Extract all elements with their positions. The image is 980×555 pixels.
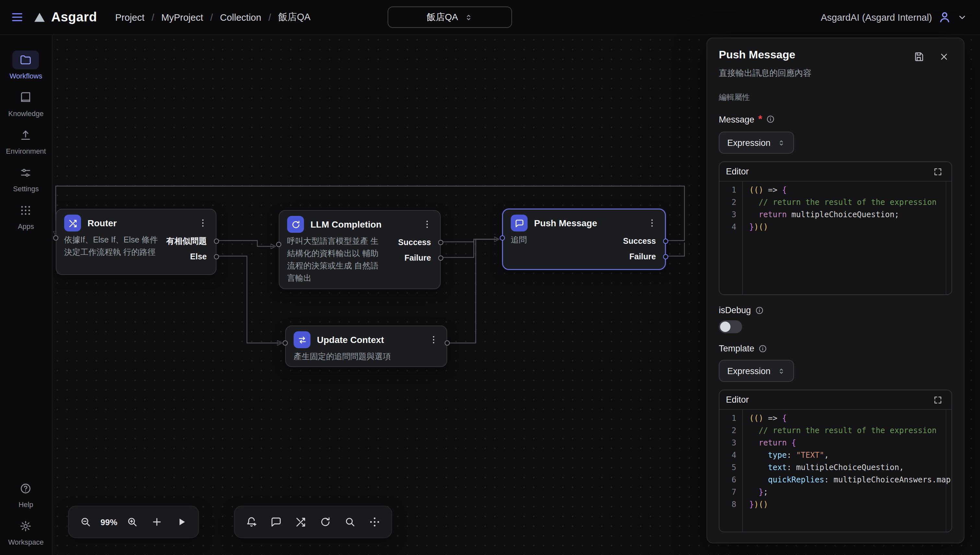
- code-line: type: "TEXT",: [749, 449, 951, 462]
- line-number: 4: [719, 221, 736, 233]
- input-port[interactable]: [53, 235, 58, 241]
- output-port[interactable]: [445, 340, 450, 346]
- code-line: // return the result of the expression: [749, 196, 951, 209]
- chevron-down-icon: [957, 12, 967, 22]
- node-update[interactable]: Update Context產生固定的追問問題與選項: [285, 326, 447, 367]
- isdebug-label: isDebug: [719, 305, 751, 315]
- node-llm[interactable]: LLM Completion呼叫大型語言模型並產 生結構化的資料輸出以 輔助流程…: [279, 210, 441, 289]
- template-type-dropdown[interactable]: Expression: [719, 360, 794, 382]
- zoom-level: 99%: [101, 517, 117, 527]
- chat-button[interactable]: [264, 510, 288, 534]
- kebab-icon: [428, 335, 439, 345]
- zoom-in-icon: [127, 516, 138, 528]
- sidebar-item-environment[interactable]: Environment: [6, 126, 46, 155]
- input-port[interactable]: [276, 242, 281, 247]
- isdebug-info-icon[interactable]: [755, 306, 764, 315]
- toggle-knob: [720, 322, 730, 332]
- sliders-icon: [20, 167, 32, 179]
- sidebar-item-workspace[interactable]: Workspace: [8, 517, 44, 546]
- output-port[interactable]: [663, 239, 668, 244]
- shuffle-icon: [295, 516, 307, 528]
- expand-editor-button[interactable]: [931, 164, 945, 179]
- sidebar-item-label: Environment: [6, 147, 46, 155]
- play-button[interactable]: [170, 510, 193, 534]
- isdebug-toggle[interactable]: [719, 320, 742, 333]
- output-port[interactable]: [438, 240, 444, 245]
- plus-button[interactable]: [145, 510, 168, 534]
- breadcrumb-item[interactable]: MyProject: [162, 12, 203, 22]
- line-number: 3: [719, 209, 736, 221]
- node-title: Update Context: [317, 335, 422, 345]
- input-port[interactable]: [283, 340, 288, 346]
- person-icon: [938, 10, 951, 24]
- line-numbers: 12345678: [719, 410, 743, 532]
- line-number: 4: [719, 449, 736, 462]
- kebab-menu-icon[interactable]: [198, 218, 208, 228]
- output-port[interactable]: [438, 255, 444, 261]
- template-info-icon[interactable]: [758, 344, 767, 353]
- sidebar-item-label: Settings: [13, 185, 39, 192]
- code-line: return {: [749, 437, 951, 449]
- tools-toolbar: [234, 506, 392, 538]
- breadcrumb: Project/MyProject/Collection/飯店QA: [115, 11, 311, 23]
- code-line: })(): [749, 499, 951, 511]
- grid-icon: [20, 204, 32, 217]
- code-lines: (() => { // return the result of the exp…: [743, 410, 951, 532]
- line-number: 5: [719, 462, 736, 474]
- output-port[interactable]: [214, 239, 219, 244]
- code-area[interactable]: 12345678 (() => { // return the result o…: [719, 410, 951, 532]
- search-button[interactable]: [338, 510, 362, 534]
- move-button[interactable]: [363, 510, 386, 534]
- refresh-icon: [320, 516, 331, 528]
- breadcrumb-item[interactable]: 飯店QA: [278, 11, 311, 23]
- sidebar-item-help[interactable]: Help: [13, 479, 39, 508]
- template-label: Template: [719, 343, 754, 353]
- zoom-out-icon: [80, 516, 91, 528]
- panel-subtitle: 直接輸出訊息的回應內容: [719, 67, 952, 79]
- info-icon: [755, 306, 764, 315]
- breadcrumb-item[interactable]: Collection: [220, 12, 261, 22]
- sidebar-item-label: Apps: [18, 222, 34, 230]
- kebab-icon: [198, 218, 208, 228]
- node-router[interactable]: Router依據If、Else If、Else 條件決定工作流程執 行的路徑有相…: [56, 209, 216, 275]
- workflow-selector[interactable]: 飯店QA: [388, 6, 512, 28]
- sidebar-item-workflows[interactable]: Workflows: [10, 51, 42, 80]
- breadcrumb-separator: /: [268, 12, 271, 22]
- sidebar-item-label: Workflows: [10, 72, 42, 80]
- zoom-in-button[interactable]: [120, 510, 144, 534]
- message-type-dropdown[interactable]: Expression: [719, 132, 794, 154]
- sidebar-item-settings[interactable]: Settings: [13, 164, 39, 192]
- sidebar-item-label: Workspace: [8, 538, 44, 546]
- refresh-button[interactable]: [314, 510, 337, 534]
- close-button[interactable]: [936, 49, 952, 65]
- input-port[interactable]: [500, 235, 505, 241]
- node-title: LLM Completion: [311, 219, 415, 229]
- line-number: 7: [719, 486, 736, 499]
- output-port[interactable]: [214, 254, 219, 259]
- updown-icon: [777, 367, 786, 375]
- output-label: Success: [398, 237, 431, 248]
- save-button[interactable]: [911, 49, 927, 65]
- message-info-icon[interactable]: [766, 115, 775, 124]
- output-port[interactable]: [663, 254, 668, 259]
- node-push[interactable]: Push Message追問SuccessFailure: [502, 209, 666, 270]
- kebab-menu-icon[interactable]: [428, 335, 439, 345]
- breadcrumb-item[interactable]: Project: [115, 12, 144, 22]
- bell-add-button[interactable]: [240, 510, 263, 534]
- sidebar-item-knowledge[interactable]: Knowledge: [8, 88, 44, 117]
- logo[interactable]: Asgard: [33, 10, 97, 25]
- kebab-menu-icon[interactable]: [422, 219, 432, 229]
- kebab-menu-icon[interactable]: [647, 218, 657, 228]
- menu-button[interactable]: [8, 8, 27, 27]
- code-area[interactable]: 1234 (() => { // return the result of th…: [719, 181, 951, 294]
- zoom-out-button[interactable]: [74, 510, 97, 534]
- account-menu[interactable]: AsgardAI (Asgard Internal): [821, 10, 967, 24]
- expand-editor-button[interactable]: [931, 393, 945, 407]
- info-icon: [758, 344, 767, 353]
- panel-title: Push Message: [719, 49, 911, 62]
- template-type-label: Expression: [727, 366, 771, 376]
- swap-icon: [297, 335, 307, 345]
- sidebar-item-apps[interactable]: Apps: [13, 201, 39, 230]
- shuffle-button[interactable]: [289, 510, 312, 534]
- editor-title: Editor: [726, 395, 931, 404]
